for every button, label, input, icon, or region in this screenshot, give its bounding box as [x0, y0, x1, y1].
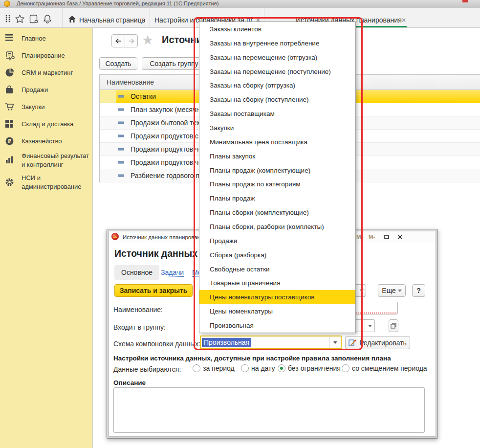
radio-label: на дату	[251, 364, 275, 372]
schema-dropdown-icon[interactable]	[329, 336, 341, 348]
radio-option[interactable]: со смещением периода	[342, 364, 427, 372]
dropdown-item[interactable]: Товарные ограничения	[199, 276, 355, 290]
dropdown-item[interactable]: Минимальная цена поставщика	[199, 135, 355, 149]
tab-home[interactable]: Начальная страница	[79, 16, 145, 24]
more-button[interactable]: Еще	[378, 284, 406, 297]
tab-sources-close-icon[interactable]: ×	[402, 16, 406, 24]
row-label: План закупок (месячны	[131, 106, 205, 113]
sidebar-item-main[interactable]: Главное	[0, 32, 93, 45]
dialog-title: Источник данных планирования	[123, 234, 207, 240]
radio-label: без ограничения	[288, 364, 341, 372]
schema-combo[interactable]: Произвольная	[200, 336, 342, 349]
dropdown-item[interactable]: Планы сборки (комплектующие)	[199, 205, 355, 220]
maximize-icon[interactable]	[384, 235, 389, 239]
dropdown-item[interactable]: Заказы клиентов	[199, 22, 355, 36]
window-close-button-fragment[interactable]	[462, 0, 468, 2]
dropdown-item[interactable]: Планы закупок	[199, 149, 355, 163]
item-dash-icon	[118, 161, 124, 164]
row-marker-cell	[100, 169, 116, 182]
radio-label: за период	[203, 364, 235, 372]
dropdown-item[interactable]: Планы сборки, разборки (комплекты)	[199, 220, 355, 234]
dropdown-item[interactable]: Планы продаж	[199, 191, 355, 205]
dropdown-item[interactable]: Заказы на перемещение (отгрузка)	[199, 50, 355, 65]
dialog-tab-main[interactable]: Основное	[114, 265, 159, 280]
dropdown-item[interactable]: Сборка (разборка)	[199, 248, 355, 262]
window-title: Демонстрационная база / Управление торго…	[17, 0, 218, 6]
item-dash-icon	[118, 175, 124, 177]
edit-button[interactable]: Редактировать	[345, 336, 410, 349]
bar-chart-icon	[5, 156, 15, 165]
favorite-star-icon[interactable]: ★	[142, 32, 153, 47]
schema-label: Схема компоновки данных:	[113, 340, 200, 348]
row-label: Остатки	[131, 92, 156, 100]
radio-option[interactable]: за период	[193, 364, 235, 372]
dropdown-item[interactable]: Заказы на внутреннее потребление	[199, 36, 355, 50]
row-label: Продажи продуктов чер	[131, 158, 206, 166]
memory-mplus-button[interactable]: М+	[356, 234, 364, 240]
forward-button[interactable]	[125, 35, 137, 47]
dropdown-item[interactable]: Свободные остатки	[199, 262, 355, 276]
dropdown-item[interactable]: Произвольная	[199, 318, 355, 333]
sections-panel: Главное Планирование CRM и маркетинг Про…	[0, 28, 93, 448]
cart-icon	[5, 102, 15, 112]
sidebar-item-planning[interactable]: Планирование	[0, 49, 93, 62]
sidebar-item-treasury[interactable]: ₽ Казначейство	[0, 135, 93, 148]
dropdown-item[interactable]: Продажи	[199, 234, 355, 248]
row-label: Продажи бытовой техни	[131, 119, 208, 127]
dialog-tab-tasks[interactable]: Задачи	[161, 269, 184, 277]
sidebar-item-sales[interactable]: Продажи	[0, 84, 93, 96]
pie-chart-icon	[5, 68, 15, 78]
radio-circle-icon	[278, 364, 285, 372]
radio-circle-icon	[241, 364, 249, 372]
dropdown-item[interactable]: Цены номенклатуры	[199, 304, 355, 318]
help-button[interactable]: ?	[412, 284, 425, 297]
radio-selected[interactable]: без ограничения	[278, 364, 341, 372]
description-textarea[interactable]	[113, 387, 425, 433]
item-dash-icon	[118, 95, 124, 98]
row-marker-cell	[100, 116, 116, 129]
radio-circle-icon	[342, 364, 349, 372]
home-icon[interactable]	[68, 15, 76, 23]
dialog-close-icon[interactable]: ✕	[397, 233, 403, 242]
nav-history-buttons	[111, 34, 138, 47]
row-marker-cell	[100, 90, 116, 103]
radio-option[interactable]: на дату	[241, 364, 275, 372]
history-icon[interactable]	[29, 14, 38, 23]
dropdown-item[interactable]: Планы продаж (комплектующие)	[199, 163, 355, 178]
memory-mminus-button[interactable]: М-	[369, 234, 375, 240]
sidebar-item-finance[interactable]: Финансовый результат и контроллинг	[0, 151, 93, 170]
app-window: Демонстрационная база / Управление торго…	[0, 0, 480, 448]
group-label: Входит в группу:	[113, 323, 166, 331]
create-group-button[interactable]: Создать группу	[142, 57, 206, 70]
group-open-button[interactable]	[389, 319, 398, 332]
schema-dropdown-list: Заказы клиентовЗаказы на внутреннее потр…	[199, 22, 356, 333]
service-menu-icon[interactable]	[4, 14, 12, 22]
sidebar-item-crm[interactable]: CRM и маркетинг	[0, 67, 93, 79]
dropdown-item[interactable]: Заказы на перемещение (поступление)	[199, 65, 355, 79]
dropdown-item[interactable]: Заказы поставщикам	[199, 107, 355, 121]
window-titlebar: Демонстрационная база / Управление торго…	[0, 0, 480, 8]
dropdown-item[interactable]: Планы продаж по категориям	[199, 177, 355, 191]
dropdown-item[interactable]: Цены номенклатуры поставщиков	[199, 290, 355, 304]
dropdown-item[interactable]: Заказы на сборку (отгрузка)	[199, 78, 355, 92]
create-button[interactable]: Создать	[99, 57, 137, 70]
separator	[407, 8, 407, 27]
settings-header: Настройки источника данных, доступные пр…	[113, 355, 391, 362]
save-close-button[interactable]: Записать и закрыть	[114, 284, 193, 297]
favorites-star-icon[interactable]	[15, 14, 24, 23]
group-dropdown-icon[interactable]	[365, 320, 374, 332]
row-marker-cell	[100, 130, 116, 142]
notifications-bell-icon[interactable]	[43, 14, 52, 23]
sidebar-item-warehouse[interactable]: Склад и доставка	[0, 118, 93, 131]
schema-value: Произвольная	[202, 338, 251, 347]
back-button[interactable]	[112, 35, 125, 47]
bag-icon	[5, 85, 15, 95]
gear-icon	[5, 178, 15, 187]
item-dash-icon	[118, 122, 124, 124]
dropdown-item[interactable]: Закупки	[199, 121, 355, 135]
dropdown-item[interactable]: Заказы на сборку (поступление)	[199, 92, 355, 107]
sidebar-item-admin[interactable]: НСИ и администрирование	[0, 173, 93, 192]
row-marker-cell	[100, 143, 116, 156]
radio-circle-icon	[193, 364, 200, 372]
sidebar-item-purchases[interactable]: Закупки	[0, 101, 93, 113]
